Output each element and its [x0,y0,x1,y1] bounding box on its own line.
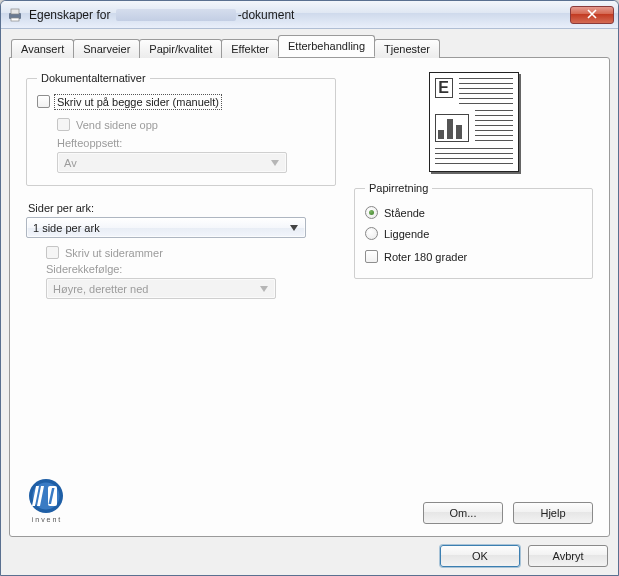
bar-chart-icon [435,114,469,142]
tab-etterbehandling[interactable]: Etterbehandling [278,35,375,57]
left-column: Dokumentalternativer Skriv ut på begge s… [26,72,336,452]
dialog-footer: OK Avbryt [440,545,608,567]
page-preview: E [429,72,519,172]
window-title: Egenskaper for -dokument [29,8,564,22]
tab-tjenester[interactable]: Tjenester [374,39,440,58]
duplex-label[interactable]: Skriv ut på begge sider (manuelt) [56,96,220,108]
print-page-frames-label: Skriv ut siderammer [65,247,163,259]
ok-button[interactable]: OK [440,545,520,567]
rotate-180-checkbox[interactable] [365,250,378,263]
chevron-down-icon [287,218,301,237]
landscape-label[interactable]: Liggende [384,228,429,240]
svg-rect-2 [11,18,19,21]
page-order-label: Siderekkefølge: [46,263,336,275]
flip-pages-checkbox [57,118,70,131]
pages-per-sheet-select[interactable]: 1 side per ark [26,217,306,238]
hp-logo: i n v e n t [26,478,78,524]
document-options-group: Dokumentalternativer Skriv ut på begge s… [26,72,336,186]
tab-papir-kvalitet[interactable]: Papir/kvalitet [139,39,222,58]
client-area: Avansert Snarveier Papir/kvalitet Effekt… [1,29,618,575]
flip-pages-label: Vend sidene opp [76,119,158,131]
right-column: E Papirretning Stående [354,72,593,452]
portrait-radio[interactable] [365,206,378,219]
page-order-select: Høyre, deretter ned [46,278,276,299]
close-icon [587,9,597,21]
about-button[interactable]: Om... [423,502,503,524]
booklet-layout-label: Hefteoppsett: [57,137,325,149]
page-order-value: Høyre, deretter ned [53,283,148,295]
landscape-radio[interactable] [365,227,378,240]
help-button[interactable]: Hjelp [513,502,593,524]
booklet-layout-select: Av [57,152,287,173]
document-options-legend: Dokumentalternativer [37,72,150,84]
pages-per-sheet-value: 1 side per ark [33,222,100,234]
chevron-down-icon [268,153,282,172]
cancel-button[interactable]: Avbryt [528,545,608,567]
print-page-frames-checkbox [46,246,59,259]
paper-orientation-group: Papirretning Stående Liggende Roter 180 … [354,182,593,279]
printer-properties-window: Egenskaper for -dokument Avansert Snarve… [0,0,619,576]
title-prefix: Egenskaper for [29,8,114,22]
title-suffix: -dokument [238,8,295,22]
printer-icon [7,7,23,23]
titlebar: Egenskaper for -dokument [1,1,618,29]
svg-rect-1 [11,9,19,14]
tab-panel-etterbehandling: Dokumentalternativer Skriv ut på begge s… [9,57,610,537]
tab-avansert[interactable]: Avansert [11,39,74,58]
pages-per-sheet-label: Sider per ark: [26,194,336,217]
rotate-180-label[interactable]: Roter 180 grader [384,251,467,263]
title-redacted [116,9,236,21]
portrait-label[interactable]: Stående [384,207,425,219]
booklet-layout-value: Av [64,157,77,169]
tab-effekter[interactable]: Effekter [221,39,279,58]
panel-footer: i n v e n t Om... Hjelp [26,478,593,524]
tab-bar: Avansert Snarveier Papir/kvalitet Effekt… [11,35,610,57]
close-button[interactable] [570,6,614,24]
svg-text:i n v e n t: i n v e n t [32,516,60,523]
chevron-down-icon [257,279,271,298]
paper-orientation-legend: Papirretning [365,182,432,194]
tab-snarveier[interactable]: Snarveier [73,39,140,58]
duplex-checkbox[interactable] [37,95,50,108]
